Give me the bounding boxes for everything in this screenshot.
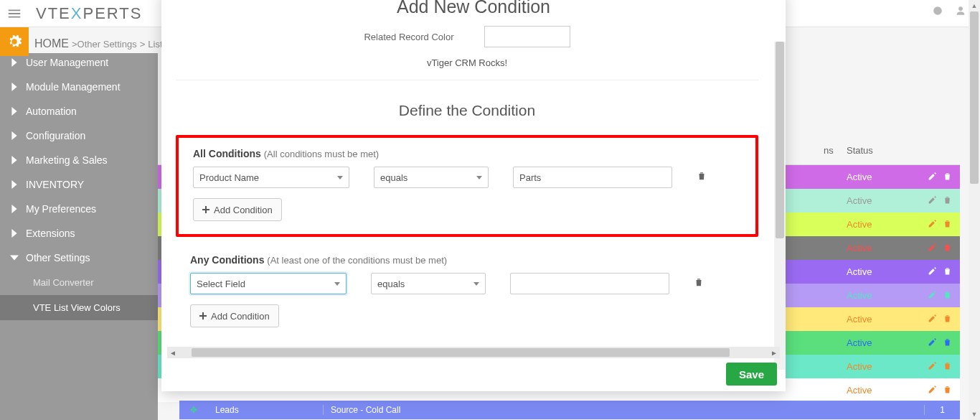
- delete-button[interactable]: [943, 219, 952, 230]
- brand-perts: PERTS: [83, 4, 142, 22]
- sidebar-sub-vte-list-colors[interactable]: VTE List View Colors: [0, 295, 158, 320]
- all-conditions-group: All Conditions (All conditions must be m…: [176, 135, 758, 237]
- field-select[interactable]: Product Name: [193, 167, 349, 188]
- page-scrollbar[interactable]: ▲ ▼: [969, 0, 980, 420]
- trash-icon: [943, 290, 952, 299]
- status-cell: Active: [839, 314, 920, 325]
- plus-icon: [202, 206, 209, 213]
- pencil-icon: [928, 243, 937, 252]
- add-label: Add Condition: [214, 205, 273, 215]
- scroll-thumb[interactable]: [970, 11, 979, 184]
- status-cell: Active: [839, 195, 920, 206]
- breadcrumb-item[interactable]: List: [148, 39, 162, 50]
- delete-button[interactable]: [943, 266, 952, 278]
- edit-button[interactable]: [928, 243, 937, 254]
- breadcrumb: HOME > Other Settings > List: [34, 32, 163, 56]
- sidebar-item-user-mgmt[interactable]: User Management: [0, 53, 158, 75]
- delete-button[interactable]: [943, 314, 952, 325]
- pencil-icon: [928, 219, 937, 228]
- sidebar-item-label: My Preferences: [26, 203, 96, 215]
- value-input[interactable]: [510, 273, 669, 294]
- breadcrumb-item[interactable]: Other Settings: [77, 39, 137, 50]
- sidebar-item-marketing[interactable]: Marketing & Sales: [0, 148, 158, 172]
- sidebar-item-automation[interactable]: Automation: [0, 99, 158, 123]
- delete-button[interactable]: [943, 290, 952, 302]
- sidebar-item-extensions[interactable]: Extensions: [0, 221, 158, 246]
- sidebar-item-module-mgmt[interactable]: Module Management: [0, 75, 158, 99]
- hamburger-icon: [6, 6, 22, 22]
- pencil-icon: [928, 172, 937, 181]
- edit-button[interactable]: [928, 290, 937, 302]
- modal-title: Add New Condition: [161, 0, 786, 22]
- menu-toggle-button[interactable]: [0, 0, 29, 27]
- topbar-right: [933, 6, 966, 19]
- breadcrumb-home[interactable]: HOME: [34, 37, 69, 50]
- trash-icon: [943, 337, 952, 347]
- edit-button[interactable]: [928, 314, 937, 325]
- pencil-icon: [928, 337, 937, 347]
- edit-button[interactable]: [928, 337, 937, 349]
- operator-select[interactable]: equals: [374, 167, 489, 188]
- trash-icon: [694, 276, 704, 288]
- edit-button[interactable]: [928, 361, 937, 373]
- delete-button[interactable]: [943, 337, 952, 349]
- value-input[interactable]: Parts: [513, 167, 672, 188]
- settings-gear-button[interactable]: [0, 27, 29, 56]
- modal-h-scrollbar[interactable]: ◄ ►: [167, 347, 780, 358]
- operator-select[interactable]: equals: [371, 273, 486, 294]
- brand-logo: VTEXPERTS: [36, 4, 142, 23]
- trash-icon: [943, 172, 952, 181]
- sidebar-item-other-settings[interactable]: Other Settings: [0, 246, 158, 270]
- scroll-down-icon[interactable]: ▼: [969, 409, 980, 420]
- sidebar-item-label: INVENTORY: [26, 179, 84, 190]
- gear-icon: [6, 34, 22, 50]
- edit-button[interactable]: [928, 385, 937, 396]
- input-value: Parts: [519, 172, 541, 183]
- delete-condition-button[interactable]: [697, 170, 707, 185]
- add-icon[interactable]: [933, 6, 943, 19]
- modal-close-button[interactable]: x: [766, 0, 773, 4]
- all-conditions-title: All Conditions: [193, 148, 261, 159]
- add-condition-button[interactable]: Add Condition: [190, 304, 279, 327]
- delete-condition-button[interactable]: [694, 276, 704, 291]
- add-condition-button[interactable]: Add Condition: [193, 198, 282, 221]
- caret-icon: [476, 176, 482, 179]
- related-color-input[interactable]: [484, 26, 570, 47]
- trash-icon: [943, 385, 952, 394]
- drag-handle-icon[interactable]: ✥: [179, 405, 208, 415]
- trash-icon: [943, 219, 952, 228]
- edit-button[interactable]: [928, 266, 937, 278]
- modal-add-condition: x Add New Condition Related Record Color…: [161, 0, 786, 391]
- any-conditions-title: Any Conditions: [190, 254, 264, 266]
- field-select[interactable]: Select Field: [190, 273, 347, 294]
- any-conditions-group: Any Conditions (At least one of the cond…: [176, 244, 758, 340]
- pencil-icon: [928, 266, 937, 276]
- sidebar-item-preferences[interactable]: My Preferences: [0, 197, 158, 221]
- delete-button[interactable]: [943, 195, 952, 207]
- brand-x: X: [71, 4, 83, 22]
- edit-button[interactable]: [928, 195, 937, 207]
- trash-icon: [697, 170, 707, 182]
- scroll-right-icon[interactable]: ►: [768, 347, 780, 358]
- status-cell: Active: [839, 385, 920, 396]
- sidebar-item-configuration[interactable]: Configuration: [0, 123, 158, 148]
- sidebar-sub-mail-converter[interactable]: Mail Converter: [0, 270, 158, 295]
- modal-scrollbar[interactable]: [774, 42, 786, 370]
- sidebar-item-label: Module Management: [26, 81, 121, 93]
- status-cell: Active: [839, 243, 920, 253]
- scroll-left-icon[interactable]: ◄: [167, 347, 179, 358]
- delete-button[interactable]: [943, 172, 952, 183]
- delete-button[interactable]: [943, 361, 952, 373]
- all-conditions-hint: (All conditions must be met): [264, 149, 379, 159]
- save-button[interactable]: Save: [726, 363, 777, 386]
- edit-button[interactable]: [928, 219, 937, 230]
- delete-button[interactable]: [943, 243, 952, 254]
- user-icon[interactable]: [956, 6, 966, 19]
- delete-button[interactable]: [943, 385, 952, 396]
- sidebar-item-inventory[interactable]: INVENTORY: [0, 172, 158, 197]
- edit-button[interactable]: [928, 172, 937, 183]
- th-status: Status: [839, 145, 920, 156]
- status-cell: Active: [839, 290, 920, 301]
- scroll-up-icon[interactable]: ▲: [969, 0, 980, 11]
- sidebar-item-label: Other Settings: [26, 252, 90, 263]
